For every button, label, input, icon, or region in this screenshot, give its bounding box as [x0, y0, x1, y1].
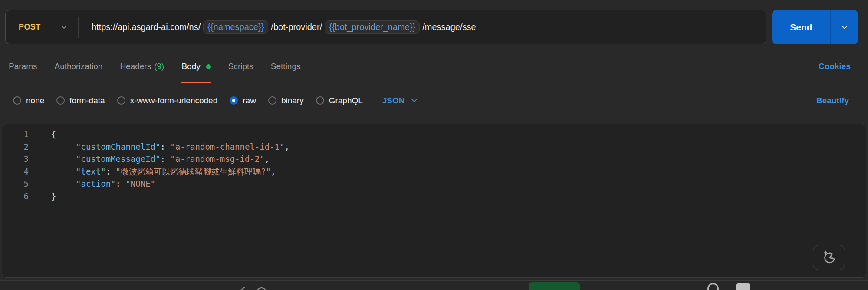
- token-punct: ,: [271, 167, 276, 176]
- code-line: 5"action": "NONE": [2, 178, 866, 190]
- token-punct: }: [51, 191, 56, 201]
- body-language-select[interactable]: JSON: [382, 96, 418, 105]
- token-key: "text": [76, 167, 106, 176]
- chevron-down-icon: [841, 23, 848, 31]
- postbot-button[interactable]: [813, 245, 845, 270]
- token-key: "customMessageId": [76, 154, 160, 164]
- radio-label: GraphQL: [329, 96, 363, 105]
- tab-body[interactable]: Body: [181, 49, 210, 83]
- chevron-down-icon: [411, 97, 418, 104]
- line-tokens: "action": "NONE": [51, 178, 155, 190]
- radio-none[interactable]: none: [13, 96, 44, 105]
- partial-glyph-icon[interactable]: [707, 283, 719, 290]
- line-tokens: "customMessageId": "a-random-msg-id-2",: [51, 153, 270, 165]
- line-tokens: {: [51, 128, 56, 141]
- radio-binary[interactable]: binary: [268, 96, 304, 105]
- cookies-link[interactable]: Cookies: [819, 62, 851, 71]
- code-lines: 1{2"customChannelId": "a-random-channel-…: [2, 128, 866, 202]
- line-number: 2: [2, 141, 51, 153]
- code-line: 6}: [2, 190, 866, 203]
- line-tokens: "customChannelId": "a-random-channel-id-…: [51, 141, 289, 153]
- method-selector[interactable]: POST: [6, 23, 78, 32]
- line-number: 5: [2, 178, 51, 190]
- token-punct: ,: [284, 142, 289, 152]
- send-options-button[interactable]: [831, 10, 858, 44]
- token-punct: :: [106, 167, 116, 176]
- send-button[interactable]: Send: [772, 10, 831, 44]
- line-number: 3: [2, 153, 51, 165]
- radio-label: binary: [281, 96, 304, 105]
- tab-headers[interactable]: Headers(9): [120, 49, 164, 83]
- token-key: "customChannelId": [76, 142, 160, 152]
- tab-label: Headers: [120, 62, 151, 71]
- line-number: 4: [2, 165, 51, 178]
- token-str: "a-random-channel-id-1": [170, 142, 284, 152]
- green-action-button[interactable]: [529, 282, 580, 290]
- radio-label: raw: [243, 96, 256, 105]
- radio-icon: [316, 96, 324, 105]
- tab-label: Settings: [271, 62, 301, 71]
- radio-icon: [56, 96, 65, 105]
- code-line: 3"customMessageId": "a-random-msg-id-2",: [2, 153, 866, 165]
- url-segment: /bot-provider/: [271, 22, 322, 32]
- radio-raw[interactable]: raw: [230, 96, 256, 105]
- tab-label: Scripts: [228, 62, 253, 71]
- unsaved-changes-dot: [206, 64, 211, 69]
- url-bar: POST https://api.asgard-ai.com/ns/{{name…: [5, 10, 766, 44]
- radio-x-www-form-urlencoded[interactable]: x-www-form-urlencoded: [117, 96, 218, 105]
- body-type-radios: noneform-datax-www-form-urlencodedrawbin…: [13, 96, 418, 105]
- code-line: 1{: [2, 128, 866, 141]
- token-punct: :: [116, 179, 126, 188]
- request-tabs-row: ParamsAuthorizationHeaders(9)BodyScripts…: [0, 44, 868, 83]
- scrollbar-gutter[interactable]: [852, 124, 852, 277]
- chevron-down-icon: [60, 23, 68, 31]
- partial-glyph-icon: [240, 287, 248, 290]
- url-segment: /message/sse: [422, 22, 476, 32]
- url-variable-chip: {{namespace}}: [203, 20, 268, 34]
- token-str: "a-random-msg-id-2": [170, 154, 264, 164]
- radio-icon: [268, 96, 276, 105]
- tab-label: Body: [181, 62, 200, 71]
- request-bar: POST https://api.asgard-ai.com/ns/{{name…: [5, 10, 858, 44]
- code-line: 4"text": "微波烤箱可以烤德國豬腳或生鮮料理嗎?",: [2, 165, 866, 178]
- radio-icon: [230, 96, 238, 105]
- token-str: "NONE": [125, 179, 155, 188]
- token-key: "action": [76, 179, 116, 188]
- method-label: POST: [19, 23, 41, 32]
- tab-authorization[interactable]: Authorization: [54, 49, 102, 83]
- radio-graphql[interactable]: GraphQL: [316, 96, 363, 105]
- url-variable-chip: {{bot_provider_name}}: [325, 20, 420, 34]
- token-str: "微波烤箱可以烤德國豬腳或生鮮料理嗎?": [116, 167, 271, 176]
- token-punct: :: [160, 142, 170, 152]
- radio-label: form-data: [69, 96, 105, 105]
- line-tokens: "text": "微波烤箱可以烤德國豬腳或生鮮料理嗎?",: [51, 165, 276, 178]
- divider: [78, 17, 79, 38]
- radio-label: x-www-form-urlencoded: [130, 96, 218, 105]
- headers-count-badge: (9): [154, 62, 164, 71]
- token-punct: {: [51, 129, 56, 139]
- language-select-value: JSON: [382, 96, 405, 105]
- footer-bar: [0, 280, 868, 290]
- tab-settings[interactable]: Settings: [271, 49, 301, 83]
- token-punct: :: [160, 154, 170, 164]
- line-tokens: }: [51, 190, 56, 203]
- beautify-link[interactable]: Beautify: [816, 96, 849, 105]
- code-editor[interactable]: 1{2"customChannelId": "a-random-channel-…: [2, 124, 866, 278]
- url-segment: https://api.asgard-ai.com/ns/: [92, 22, 201, 32]
- partial-box-icon[interactable]: [736, 283, 750, 290]
- send-split-button: Send: [772, 10, 858, 44]
- line-number: 6: [2, 190, 51, 203]
- url-input[interactable]: https://api.asgard-ai.com/ns/{{namespace…: [92, 20, 476, 34]
- code-line: 2"customChannelId": "a-random-channel-id…: [2, 141, 866, 153]
- token-punct: ,: [265, 154, 270, 164]
- line-number: 1: [2, 128, 51, 141]
- radio-form-data[interactable]: form-data: [56, 96, 105, 105]
- tab-params[interactable]: Params: [9, 49, 37, 83]
- body-options-row: noneform-datax-www-form-urlencodedrawbin…: [0, 83, 868, 124]
- tab-label: Params: [9, 62, 37, 71]
- partial-circle-icon[interactable]: [256, 287, 267, 290]
- tab-scripts[interactable]: Scripts: [228, 49, 253, 83]
- radio-icon: [117, 96, 125, 105]
- request-tabs: ParamsAuthorizationHeaders(9)BodyScripts…: [9, 49, 300, 83]
- radio-label: none: [26, 96, 44, 105]
